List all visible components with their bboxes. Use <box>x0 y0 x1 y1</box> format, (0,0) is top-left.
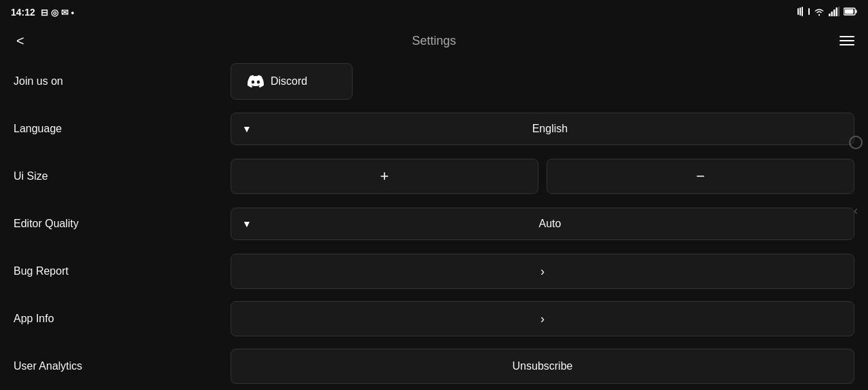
ui-size-label: Ui Size <box>14 170 231 182</box>
ui-size-control: + − <box>231 159 854 194</box>
notification-dot: • <box>71 7 75 18</box>
editor-quality-dropdown-arrow: ▼ <box>242 218 252 229</box>
discord-label: Discord <box>271 75 307 87</box>
status-bar: 14:12 ⊟ ◎ ✉ • <box>0 0 868 24</box>
join-us-on-row: Join us on Discord <box>14 62 854 100</box>
unsubscribe-button[interactable]: Unsubscribe <box>231 349 854 384</box>
user-analytics-label: User Analytics <box>14 360 231 372</box>
svg-rect-12 <box>845 9 854 14</box>
battery-icon <box>844 7 857 18</box>
editor-quality-row: Editor Quality ▼ Auto <box>14 205 854 243</box>
menu-line-2 <box>840 40 854 41</box>
bug-report-label: Bug Report <box>14 265 231 277</box>
svg-rect-0 <box>797 8 799 15</box>
editor-quality-control: ▼ Auto <box>231 208 854 240</box>
time-display: 14:12 <box>11 7 35 18</box>
language-value: English <box>257 123 843 135</box>
discord-button[interactable]: Discord <box>231 63 353 100</box>
location-icon: ◎ <box>51 7 58 18</box>
app-info-control: › <box>231 301 854 336</box>
bug-report-button[interactable]: › <box>231 254 854 289</box>
discord-icon <box>248 73 264 90</box>
status-right <box>797 7 857 18</box>
circle-indicator <box>849 136 863 149</box>
wifi-icon <box>814 7 825 18</box>
menu-line-3 <box>840 44 854 45</box>
language-label: Language <box>14 123 231 135</box>
bug-report-row: Bug Report › <box>14 252 854 290</box>
svg-rect-11 <box>856 9 857 13</box>
join-us-on-label: Join us on <box>14 75 231 87</box>
user-analytics-control: Unsubscribe <box>231 349 854 384</box>
menu-line-1 <box>840 36 854 37</box>
user-analytics-row: User Analytics Unsubscribe <box>14 347 854 385</box>
svg-rect-9 <box>838 7 840 16</box>
ui-size-decrease-button[interactable]: − <box>547 159 854 194</box>
header: < Settings <box>0 24 868 57</box>
right-edge-chevron: ‹ <box>854 203 858 218</box>
size-controls: + − <box>231 159 854 194</box>
bug-report-arrow: › <box>540 265 545 279</box>
vibration-icon <box>797 7 810 18</box>
editor-quality-dropdown[interactable]: ▼ Auto <box>231 208 854 240</box>
svg-rect-7 <box>833 9 835 16</box>
editor-quality-label: Editor Quality <box>14 218 231 230</box>
app-info-arrow: › <box>540 312 545 326</box>
svg-rect-2 <box>802 7 803 16</box>
ui-size-row: Ui Size + − <box>14 157 854 195</box>
menu-button[interactable] <box>837 33 857 48</box>
unsubscribe-label: Unsubscribe <box>513 360 573 372</box>
status-left: 14:12 ⊟ ◎ ✉ • <box>11 7 74 18</box>
language-control: ▼ English <box>231 113 854 145</box>
svg-rect-3 <box>808 8 810 15</box>
join-us-on-control: Discord <box>231 63 854 100</box>
language-dropdown-arrow: ▼ <box>242 123 252 134</box>
svg-point-4 <box>818 14 820 15</box>
language-dropdown[interactable]: ▼ English <box>231 113 854 145</box>
back-button[interactable]: < <box>11 31 30 52</box>
app-info-row: App Info › <box>14 300 854 338</box>
ui-size-increase-button[interactable]: + <box>231 159 538 194</box>
language-row: Language ▼ English <box>14 110 854 148</box>
mail-icon: ✉ <box>61 7 68 18</box>
svg-rect-1 <box>800 7 801 16</box>
settings-content: Join us on Discord Language ▼ English Ui… <box>0 57 868 390</box>
vibrate-icon: ⊟ <box>41 7 48 18</box>
app-info-label: App Info <box>14 313 231 325</box>
svg-rect-8 <box>836 7 838 16</box>
right-edge-controls: ‹ <box>849 136 863 218</box>
bug-report-control: › <box>231 254 854 289</box>
header-title: Settings <box>412 34 456 48</box>
cell-signal-icon <box>829 7 840 18</box>
app-info-button[interactable]: › <box>231 301 854 336</box>
status-icons: ⊟ ◎ ✉ • <box>41 7 75 18</box>
editor-quality-value: Auto <box>257 218 843 230</box>
svg-rect-5 <box>829 14 831 16</box>
svg-rect-6 <box>831 12 833 16</box>
